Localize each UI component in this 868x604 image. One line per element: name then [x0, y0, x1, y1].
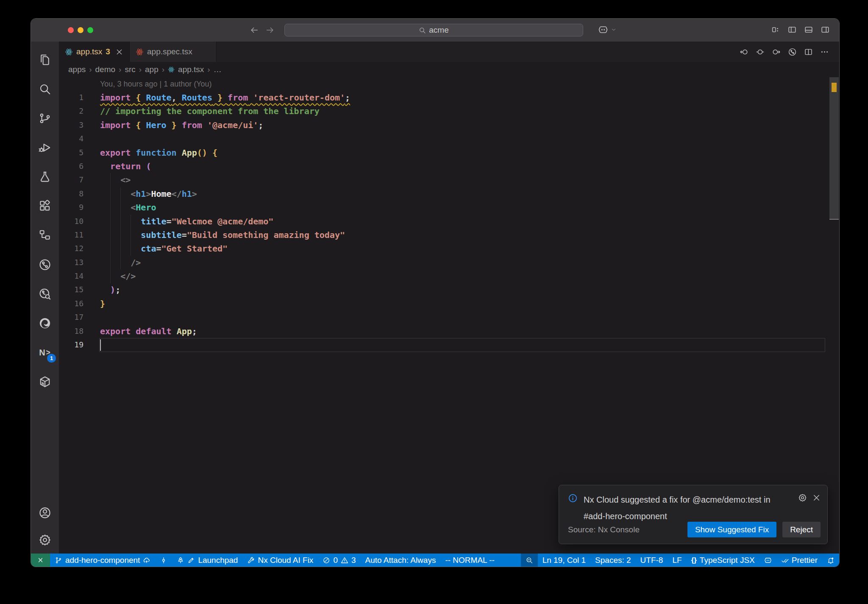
activity-nx[interactable]: N>1 [31, 338, 59, 367]
scrollbar-thumb[interactable] [829, 77, 839, 220]
status-encoding[interactable]: UTF-8 [636, 554, 668, 567]
history-back-button[interactable] [250, 25, 259, 35]
nav-forward-icon[interactable] [772, 48, 781, 56]
status-eol[interactable]: LF [668, 554, 686, 567]
line-number[interactable]: 13 [59, 256, 100, 269]
line-number[interactable]: 9 [59, 201, 100, 214]
breadcrumb-item[interactable]: demo [95, 65, 116, 74]
status-branch[interactable]: add-hero-component [50, 554, 155, 567]
activity-gitlens-search[interactable] [31, 279, 59, 308]
code-line-19[interactable]: 19 [59, 338, 839, 352]
code-line-16[interactable]: 16} [59, 297, 839, 310]
status-zoom-indicator[interactable] [521, 554, 538, 567]
nav-current-icon[interactable] [756, 48, 765, 56]
zoom-window-button[interactable] [87, 27, 93, 33]
status-problems[interactable]: 03 [318, 554, 360, 567]
status-indentation[interactable]: Spaces: 2 [590, 554, 636, 567]
code-line-3[interactable]: 3import { Hero } from '@acme/ui'; [59, 118, 839, 132]
activity-testing[interactable] [31, 162, 59, 191]
line-number[interactable]: 16 [59, 297, 100, 310]
status-notifications-bell[interactable] [822, 554, 839, 567]
code-line-18[interactable]: 18export default App; [59, 324, 839, 338]
toggle-panel-icon[interactable] [804, 25, 813, 34]
code-line-17[interactable]: 17 [59, 310, 839, 324]
close-tab-icon[interactable] [115, 48, 123, 56]
code-line-2[interactable]: 2// importing the component from the lib… [59, 104, 839, 118]
breadcrumb-item[interactable]: … [214, 65, 222, 74]
line-number[interactable]: 19 [59, 338, 100, 352]
code-line-9[interactable]: 9 <Hero [59, 201, 839, 214]
code-line-1[interactable]: 1import { Route, Routes } from 'react-ro… [59, 91, 839, 104]
notification-settings-icon[interactable] [798, 493, 807, 502]
activity-search[interactable] [31, 74, 59, 103]
command-center-search[interactable]: acme [284, 24, 583, 36]
code-line-12[interactable]: 12 cta="Get Started" [59, 242, 839, 255]
status-language-mode[interactable]: {}TypeScript JSX [687, 554, 760, 567]
code-line-10[interactable]: 10 title="Welcmoe @acme/demo" [59, 215, 839, 228]
activity-gitlens[interactable] [31, 250, 59, 279]
line-number[interactable]: 2 [59, 104, 100, 118]
breadcrumb-item[interactable]: app [145, 65, 159, 74]
code-line-4[interactable]: 4 [59, 132, 839, 145]
line-number[interactable]: 10 [59, 215, 100, 228]
line-number[interactable]: 17 [59, 310, 100, 324]
tab-app-spec-tsx[interactable]: app.spec.tsx [130, 42, 217, 62]
line-number[interactable]: 7 [59, 173, 100, 187]
toggle-secondary-sidebar-icon[interactable] [821, 25, 830, 34]
line-number[interactable]: 4 [59, 132, 100, 145]
activity-account[interactable] [31, 499, 59, 526]
activity-run-debug[interactable] [31, 133, 59, 162]
code-line-13[interactable]: 13 /> [59, 256, 839, 269]
breadcrumb-item[interactable]: src [125, 65, 135, 74]
more-actions-icon[interactable] [820, 48, 829, 56]
line-number[interactable]: 5 [59, 146, 100, 159]
status-formatter[interactable]: Prettier [776, 554, 822, 567]
line-number[interactable]: 12 [59, 242, 100, 255]
activity-settings[interactable] [31, 526, 59, 554]
status-launchpad[interactable]: Launchpad [172, 554, 242, 567]
customize-layout-icon[interactable] [771, 25, 780, 34]
remote-indicator[interactable] [31, 554, 50, 567]
code-line-6[interactable]: 6 return ( [59, 159, 839, 173]
show-suggested-fix-button[interactable]: Show Suggested Fix [687, 522, 776, 537]
status-vim-mode[interactable]: -- NORMAL -- [440, 554, 499, 567]
notification-close-icon[interactable] [812, 493, 821, 502]
line-number[interactable]: 11 [59, 228, 100, 242]
activity-package[interactable] [31, 367, 59, 396]
status-cursor-position[interactable]: Ln 19, Col 1 [538, 554, 590, 567]
status-commit-graph[interactable] [155, 554, 172, 567]
breadcrumb-item[interactable]: apps [68, 65, 86, 74]
activity-hierarchy[interactable] [31, 221, 59, 250]
copilot-menu-button[interactable] [598, 25, 617, 35]
code-line-15[interactable]: 15 ); [59, 283, 839, 296]
code-line-5[interactable]: 5export function App() { [59, 146, 839, 159]
gitlens-graph-icon[interactable] [788, 48, 797, 56]
activity-edge[interactable] [31, 308, 59, 338]
code-line-7[interactable]: 7 <> [59, 173, 839, 187]
line-number[interactable]: 3 [59, 118, 100, 132]
code-line-14[interactable]: 14 </> [59, 269, 839, 283]
line-number[interactable]: 18 [59, 324, 100, 338]
breadcrumb-item[interactable]: app.tsx [178, 65, 204, 74]
line-number[interactable]: 14 [59, 269, 100, 283]
code-line-11[interactable]: 11 subtitle="Build something amazing tod… [59, 228, 839, 242]
status-copilot-status[interactable] [760, 554, 776, 567]
split-editor-icon[interactable] [804, 48, 813, 56]
close-window-button[interactable] [68, 27, 74, 33]
line-number[interactable]: 6 [59, 159, 100, 173]
code-editor[interactable]: You, 3 hours ago | 1 author (You) 1impor… [59, 77, 839, 554]
history-forward-button[interactable] [265, 25, 275, 35]
minimize-window-button[interactable] [78, 27, 83, 33]
reject-button[interactable]: Reject [782, 522, 821, 537]
line-number[interactable]: 8 [59, 187, 100, 201]
code-line-8[interactable]: 8 <h1>Home</h1> [59, 187, 839, 201]
line-number[interactable]: 15 [59, 283, 100, 296]
toggle-sidebar-icon[interactable] [787, 25, 797, 34]
line-number[interactable]: 1 [59, 91, 100, 104]
tab-app-tsx[interactable]: app.tsx 3 [59, 42, 130, 62]
status-auto-attach[interactable]: Auto Attach: Always [361, 554, 441, 567]
activity-source-control[interactable] [31, 103, 59, 133]
activity-extensions[interactable] [31, 191, 59, 221]
status-nx-cloud-ai-fix[interactable]: Nx Cloud AI Fix [242, 554, 318, 567]
nav-back-icon[interactable] [740, 48, 748, 56]
